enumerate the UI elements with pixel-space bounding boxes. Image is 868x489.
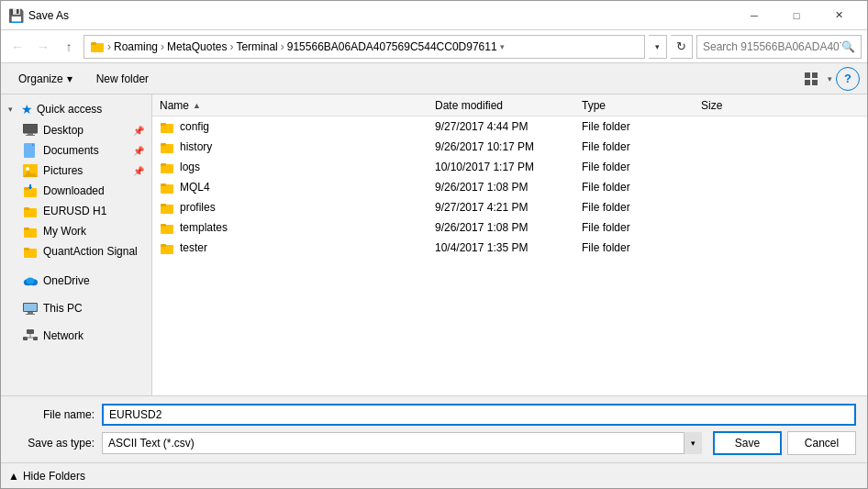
new-folder-button[interactable]: New folder [86, 67, 159, 91]
hide-folders-icon: ▲ [8, 470, 19, 483]
hide-folders-label: Hide Folders [23, 470, 85, 483]
sidebar-item-pictures[interactable]: Pictures 📌 [1, 161, 151, 181]
quick-access-section: ▾ ★ Quick access Desktop 📌 Documents [1, 98, 151, 261]
breadcrumb-dropdown[interactable]: ▾ [649, 35, 667, 59]
forward-button[interactable]: → [32, 36, 54, 58]
sidebar-item-onedrive[interactable]: OneDrive [1, 271, 151, 291]
search-bar[interactable]: 🔍 [696, 35, 862, 59]
refresh-button[interactable]: ↻ [671, 35, 693, 59]
svg-rect-3 [812, 72, 818, 78]
svg-rect-40 [161, 143, 166, 146]
filename-label: File name: [12, 408, 95, 421]
desktop-label: Desktop [43, 124, 83, 137]
mywork-label: My Work [43, 225, 86, 238]
table-row[interactable]: MQL4 9/26/2017 1:08 PM File folder [152, 177, 867, 197]
folder-icon [160, 161, 174, 173]
filetype-label: Save as type: [12, 437, 95, 450]
save-button[interactable]: Save [713, 431, 782, 455]
folder-icon [160, 241, 174, 254]
hide-folders-button[interactable]: ▲ Hide Folders [8, 470, 85, 483]
table-row[interactable]: logs 10/10/2017 1:17 PM File folder [152, 157, 867, 177]
svg-rect-29 [26, 314, 35, 315]
breadcrumb-guid[interactable]: 915566BA06ADA407569C544CC0D97611 [287, 40, 497, 53]
minimize-button[interactable]: ─ [733, 1, 775, 30]
sidebar-item-documents[interactable]: Documents 📌 [1, 140, 151, 161]
file-type-cell: File folder [574, 140, 694, 153]
svg-rect-38 [161, 123, 166, 126]
quantaction-label: QuantAction Signal [43, 245, 138, 258]
svg-rect-31 [27, 329, 34, 334]
sidebar-item-quantaction[interactable]: QuantAction Signal [1, 241, 151, 261]
cancel-button[interactable]: Cancel [787, 431, 856, 455]
svg-rect-42 [161, 163, 166, 166]
filetype-select-wrapper: ASCII Text (*.csv)CSV (*.csv)All Files (… [102, 432, 702, 454]
table-row[interactable]: templates 9/26/2017 1:08 PM File folder [152, 217, 867, 238]
svg-rect-8 [26, 135, 35, 136]
main-area: ▾ ★ Quick access Desktop 📌 Documents [1, 94, 867, 395]
organize-label: Organize [18, 72, 63, 85]
file-date-cell: 9/27/2017 4:44 PM [428, 120, 574, 133]
file-name-cell: profiles [152, 201, 428, 214]
address-bar: ← → ↑ › Roaming › MetaQuotes › Terminal … [1, 30, 867, 63]
table-row[interactable]: tester 10/4/2017 1:35 PM File folder [152, 238, 867, 258]
svg-rect-5 [812, 80, 818, 85]
sidebar-item-mywork[interactable]: My Work [1, 221, 151, 241]
col-header-name[interactable]: Name ▲ [152, 99, 428, 112]
table-row[interactable]: config 9/27/2017 4:44 PM File folder [152, 117, 867, 137]
svg-rect-21 [24, 228, 29, 230]
maximize-button[interactable]: □ [775, 1, 818, 30]
filename-input[interactable] [102, 404, 856, 426]
sidebar-separator-3 [1, 318, 151, 326]
svg-rect-46 [161, 204, 166, 206]
svg-rect-6 [23, 124, 38, 133]
save-as-dialog: 💾 Save As ─ □ ✕ ← → ↑ › Roaming › MetaQu… [0, 0, 868, 489]
file-date-cell: 10/4/2017 1:35 PM [428, 241, 574, 254]
table-row[interactable]: history 9/26/2017 10:17 PM File folder [152, 137, 867, 157]
folder-icon [160, 201, 174, 214]
close-button[interactable]: ✕ [818, 1, 860, 30]
breadcrumb-bar[interactable]: › Roaming › MetaQuotes › Terminal › 9155… [83, 35, 645, 59]
up-button[interactable]: ↑ [58, 36, 80, 58]
svg-rect-7 [28, 133, 33, 135]
file-type-cell: File folder [574, 181, 694, 194]
sidebar-item-downloaded[interactable]: Downloaded [1, 181, 151, 201]
filetype-select[interactable]: ASCII Text (*.csv)CSV (*.csv)All Files (… [102, 432, 702, 454]
title-bar: 💾 Save As ─ □ ✕ [1, 1, 867, 30]
sidebar-item-network[interactable]: Network [1, 326, 151, 346]
file-name-cell: tester [152, 241, 428, 254]
save-label: Save [735, 437, 760, 450]
help-button[interactable]: ? [836, 67, 860, 91]
organize-button[interactable]: Organize ▾ [8, 67, 83, 91]
organize-dropdown-icon: ▾ [67, 72, 72, 85]
table-row[interactable]: profiles 9/27/2017 4:21 PM File folder [152, 197, 867, 217]
file-list: Name ▲ Date modified Type Size config 9/… [152, 94, 867, 395]
view-options-button[interactable] [798, 67, 824, 91]
breadcrumb-roaming[interactable]: Roaming [114, 40, 158, 53]
col-name-label: Name [160, 99, 189, 112]
col-header-type[interactable]: Type [574, 99, 694, 112]
breadcrumb-metaquotes[interactable]: MetaQuotes [167, 40, 227, 53]
file-date-cell: 9/26/2017 1:08 PM [428, 181, 574, 194]
filetype-row: Save as type: ASCII Text (*.csv)CSV (*.c… [12, 431, 856, 455]
search-input[interactable] [703, 40, 841, 53]
quick-access-header[interactable]: ▾ ★ Quick access [1, 98, 151, 120]
svg-rect-48 [161, 224, 166, 227]
col-header-date[interactable]: Date modified [428, 99, 574, 112]
sidebar-item-eurusd[interactable]: EURUSD H1 [1, 201, 151, 221]
file-list-header: Name ▲ Date modified Type Size [152, 94, 867, 117]
breadcrumb-terminal[interactable]: Terminal [236, 40, 277, 53]
file-date-cell: 9/27/2017 4:21 PM [428, 201, 574, 214]
folder-icon [160, 140, 174, 153]
file-name-cell: logs [152, 161, 428, 173]
back-button[interactable]: ← [6, 36, 28, 58]
file-name-cell: history [152, 140, 428, 153]
sidebar-separator-1 [1, 263, 151, 271]
col-header-size[interactable]: Size [694, 99, 867, 112]
sidebar-item-desktop[interactable]: Desktop 📌 [1, 120, 151, 140]
svg-rect-15 [24, 187, 29, 190]
network-icon [23, 328, 38, 343]
svg-rect-4 [805, 80, 810, 85]
file-date-cell: 10/10/2017 1:17 PM [428, 161, 574, 173]
sidebar-item-thispc[interactable]: This PC [1, 298, 151, 318]
documents-label: Documents [43, 144, 99, 157]
